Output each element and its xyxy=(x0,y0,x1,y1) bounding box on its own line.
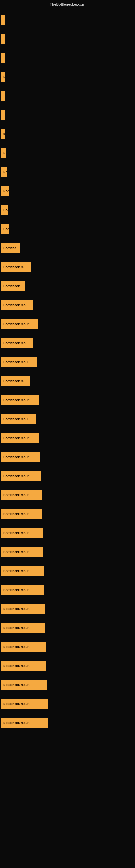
bar-label: Bottleneck result xyxy=(1,718,48,728)
bar-label: Bottlene xyxy=(1,243,20,253)
bar-label: Bottleneck result xyxy=(1,452,40,462)
bar-label: Bottleneck result xyxy=(1,604,45,614)
bar-label: Bottleneck result xyxy=(1,528,43,538)
bar-row: Bottleneck resul xyxy=(0,410,135,429)
bar-row xyxy=(0,11,135,30)
bar-label: Bottleneck result xyxy=(1,680,47,690)
bar-row xyxy=(0,87,135,106)
bar-row: Bottleneck re xyxy=(0,258,135,277)
bar-label: Bottleneck result xyxy=(1,433,39,443)
bar-label: Bo xyxy=(1,205,8,215)
bar-row: Bottleneck result xyxy=(0,542,135,561)
bar-label: Bottleneck re xyxy=(1,376,30,386)
bar-row: Bottleneck re xyxy=(0,372,135,391)
bar-row: Bottleneck result xyxy=(0,581,135,599)
bar-row: Bo xyxy=(0,163,135,182)
bar-label: Bottleneck result xyxy=(1,699,48,709)
bar-label: Bottleneck xyxy=(1,281,25,291)
bar-label: 8 xyxy=(1,129,5,139)
bar-row: Bottleneck result xyxy=(0,638,135,656)
bar-label: Bottleneck result xyxy=(1,319,38,329)
bar-label: R xyxy=(1,72,5,82)
bar-row: Bot xyxy=(0,182,135,201)
bar-label: Bottleneck result xyxy=(1,661,46,671)
site-title: TheBottlenecker.com xyxy=(50,2,85,6)
bar-label: Bottleneck result xyxy=(1,471,41,481)
bar-row: 8 xyxy=(0,125,135,144)
bar-row: Bottleneck result xyxy=(0,561,135,581)
bar-label: Bottleneck re xyxy=(1,262,31,272)
bar-label: Bottleneck resul xyxy=(1,414,36,424)
bar-label: Bottleneck result xyxy=(1,490,42,500)
bar-label: Bottleneck resul xyxy=(1,357,37,367)
bar-row xyxy=(0,49,135,68)
bar-row: Bottleneck result xyxy=(0,694,135,713)
bar-row: Bottleneck result xyxy=(0,447,135,467)
bar-row: Bottleneck result xyxy=(0,504,135,524)
bar-row: Bottleneck result xyxy=(0,467,135,486)
bar-row: R xyxy=(0,68,135,87)
bar-row: Bottleneck result xyxy=(0,524,135,542)
bar-label xyxy=(1,16,5,25)
bar-row: Bottleneck result xyxy=(0,618,135,638)
bar-label: Bottleneck result xyxy=(1,623,45,633)
bar-row xyxy=(0,30,135,49)
bar-label: Bo xyxy=(1,167,7,177)
bar-label: Bottleneck result xyxy=(1,395,39,405)
bar-row: Bottleneck result xyxy=(0,599,135,618)
bar-row: Bo xyxy=(0,201,135,220)
bar-label: Bottleneck result xyxy=(1,509,42,519)
bar-label: Bottleneck res xyxy=(1,300,33,310)
bar-row: Bottleneck resul xyxy=(0,352,135,372)
bar-row xyxy=(0,106,135,125)
bar-row: Bottleneck xyxy=(0,277,135,296)
bar-row: Bottlene xyxy=(0,239,135,258)
bar-label xyxy=(1,111,5,120)
bar-label xyxy=(1,91,5,101)
bar-row: Bottleneck result xyxy=(0,713,135,733)
bar-label: Bottleneck result xyxy=(1,585,44,595)
bar-row: Bottleneck result xyxy=(0,656,135,675)
bar-label: Bottleneck result xyxy=(1,566,44,576)
bar-label xyxy=(1,34,5,44)
bar-row: Bottleneck result xyxy=(0,429,135,447)
bar-row: Bottleneck result xyxy=(0,391,135,410)
bar-label: Bottleneck result xyxy=(1,642,46,652)
bar-row: B xyxy=(0,144,135,163)
bar-label: Bottleneck res xyxy=(1,338,34,348)
bar-row: Bottleneck res xyxy=(0,296,135,315)
bars-container: R8BBoBotBoBotBottleneBottleneck reBottle… xyxy=(0,11,135,733)
bar-row: Bottleneck result xyxy=(0,675,135,694)
bar-row: Bottleneck result xyxy=(0,486,135,504)
bar-label: B xyxy=(1,148,6,158)
bar-label: Bot xyxy=(1,186,9,196)
bar-row: Bottleneck res xyxy=(0,334,135,352)
bar-row: Bot xyxy=(0,220,135,239)
bar-label xyxy=(1,54,5,63)
bar-label: Bot xyxy=(1,224,9,234)
bar-label: Bottleneck result xyxy=(1,547,43,557)
bar-row: Bottleneck result xyxy=(0,315,135,334)
